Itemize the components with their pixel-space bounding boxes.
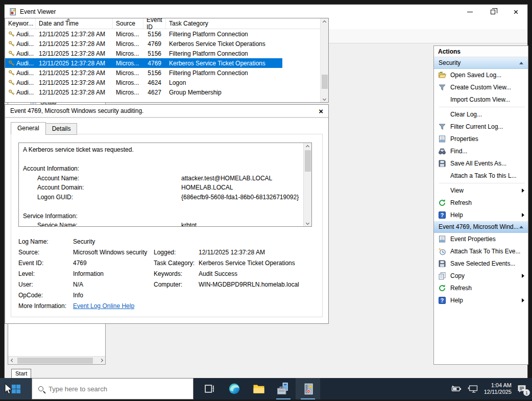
network-icon[interactable] bbox=[468, 385, 479, 393]
actions-section-event[interactable]: Event 4769, Microsoft Wind... bbox=[434, 221, 528, 233]
action-help-event[interactable]: Help bbox=[434, 294, 528, 306]
action-properties[interactable]: Properties bbox=[434, 133, 528, 145]
scrollbar-thumb[interactable] bbox=[305, 150, 311, 172]
actions-section-security[interactable]: Security bbox=[434, 57, 528, 69]
action-event-properties[interactable]: Event Properties bbox=[434, 233, 528, 245]
action-filter-current-log[interactable]: Filter Current Log... bbox=[434, 121, 528, 133]
description-intro: A Kerberos service ticket was requested. bbox=[23, 145, 300, 155]
restore-button[interactable] bbox=[481, 5, 504, 19]
tray-date: 12/11/2025 bbox=[484, 389, 512, 395]
scrollbar-thumb[interactable] bbox=[17, 358, 93, 364]
event-row[interactable]: Audi... 12/11/2025 12:37:28 AM Micros...… bbox=[5, 29, 282, 39]
properties-icon bbox=[438, 135, 446, 143]
column-header-source[interactable]: Source bbox=[113, 18, 143, 29]
event-row-selected[interactable]: Audi... 12/11/2025 12:37:28 AM Micros...… bbox=[5, 58, 282, 68]
action-help[interactable]: Help bbox=[434, 209, 528, 221]
action-attach-task-to-log[interactable]: Attach a Task To this L... bbox=[434, 170, 528, 182]
close-button[interactable]: × bbox=[504, 5, 527, 19]
minimize-icon bbox=[467, 12, 473, 12]
scroll-right-arrow[interactable] bbox=[97, 357, 105, 364]
server-manager-icon bbox=[277, 382, 290, 395]
key-icon bbox=[8, 89, 15, 96]
event-viewer-taskbar-button[interactable] bbox=[296, 378, 320, 399]
taskbar-clock[interactable]: 1:04 AM 12/11/2025 bbox=[484, 382, 512, 395]
event-preview-panel: Event 4769, Microsoft Windows security a… bbox=[5, 104, 329, 324]
action-create-custom-view[interactable]: Create Custom View... bbox=[434, 81, 528, 93]
help-icon bbox=[438, 211, 446, 219]
submenu-arrow-icon bbox=[522, 274, 524, 278]
event-description-box[interactable]: A Kerberos service ticket was requested.… bbox=[18, 143, 312, 227]
field-label: More Information: bbox=[18, 302, 73, 310]
description-scrollbar[interactable] bbox=[303, 143, 311, 226]
event-row[interactable]: Audi... 12/11/2025 12:37:28 AM Micros...… bbox=[5, 49, 282, 58]
event-log-online-help-link[interactable]: Event Log Online Help bbox=[73, 302, 134, 310]
close-preview-icon[interactable]: × bbox=[319, 107, 323, 115]
field-value: Kerberos Service Ticket Operations bbox=[199, 260, 315, 267]
action-attach-task-to-event[interactable]: Attach Task To This Eve... bbox=[434, 245, 528, 257]
description-row: Account Domain:HOMELAB.LOCAL bbox=[23, 183, 300, 193]
service-information-header: Service Information: bbox=[23, 211, 300, 221]
field-label: Level: bbox=[18, 270, 73, 277]
scroll-down-arrow[interactable] bbox=[304, 219, 312, 226]
event-row[interactable]: Audi... 12/11/2025 12:37:28 AM Micros...… bbox=[5, 78, 282, 87]
window-title: Event Viewer bbox=[20, 8, 458, 15]
binoculars-icon bbox=[438, 147, 446, 155]
system-tray: 1:04 AM 12/11/2025 1 bbox=[451, 378, 532, 399]
edge-icon bbox=[228, 383, 240, 395]
column-header-task-category[interactable]: Task Category bbox=[166, 18, 328, 29]
taskbar-search[interactable] bbox=[32, 378, 194, 399]
notification-center-button[interactable]: 1 bbox=[517, 384, 527, 394]
search-input[interactable] bbox=[49, 385, 171, 393]
file-explorer-button[interactable] bbox=[247, 378, 271, 399]
field-label: Keywords: bbox=[154, 270, 199, 277]
scroll-up-arrow[interactable] bbox=[304, 143, 312, 150]
submenu-arrow-icon bbox=[522, 213, 524, 217]
action-open-saved-log[interactable]: Open Saved Log... bbox=[434, 69, 528, 81]
minimize-button[interactable] bbox=[458, 5, 481, 19]
action-find[interactable]: Find... bbox=[434, 145, 528, 157]
event-viewer-icon bbox=[302, 383, 315, 395]
event-row[interactable]: Audi... 12/11/2025 12:37:28 AM Micros...… bbox=[5, 87, 282, 97]
description-row: Account Name:attacker.test@HOMELAB.LOCAL bbox=[23, 174, 300, 183]
column-header-keywords[interactable]: Keywor... bbox=[5, 18, 36, 29]
submenu-arrow-icon bbox=[522, 188, 524, 193]
battery-icon[interactable] bbox=[451, 385, 463, 393]
scroll-down-arrow[interactable] bbox=[321, 95, 329, 102]
sort-ascending-icon bbox=[66, 18, 70, 20]
event-row[interactable]: Audi... 12/11/2025 12:37:28 AM Micros...… bbox=[5, 68, 282, 78]
scrollbar-thumb[interactable] bbox=[322, 75, 328, 89]
tree-horizontal-scrollbar[interactable] bbox=[8, 356, 105, 364]
key-icon bbox=[8, 79, 15, 86]
scroll-left-arrow[interactable] bbox=[8, 357, 16, 364]
action-import-custom-view[interactable]: Import Custom View... bbox=[434, 93, 528, 106]
refresh-icon bbox=[438, 199, 446, 207]
action-view[interactable]: View bbox=[434, 184, 528, 197]
server-manager-button[interactable] bbox=[271, 378, 296, 399]
preview-header: Event 4769, Microsoft Windows security a… bbox=[5, 105, 328, 118]
action-save-all-events-as[interactable]: Save All Events As... bbox=[434, 157, 528, 170]
action-refresh[interactable]: Refresh bbox=[434, 197, 528, 209]
collapse-icon[interactable] bbox=[519, 62, 523, 64]
field-value: N/A bbox=[73, 281, 154, 288]
tab-general[interactable]: General bbox=[11, 122, 46, 135]
event-row[interactable]: Audi... 12/11/2025 12:37:28 AM Micros...… bbox=[5, 39, 282, 49]
column-header-event-id[interactable]: Event ID bbox=[143, 18, 166, 29]
action-copy[interactable]: Copy bbox=[434, 270, 528, 282]
action-clear-log[interactable]: Clear Log... bbox=[434, 108, 528, 121]
scroll-up-arrow[interactable] bbox=[321, 18, 329, 26]
titlebar[interactable]: Event Viewer × bbox=[5, 5, 527, 19]
folder-open-icon bbox=[438, 71, 446, 79]
submenu-arrow-icon bbox=[522, 298, 524, 302]
help-icon bbox=[438, 296, 446, 304]
column-header-date[interactable]: Date and Time bbox=[36, 18, 113, 29]
action-save-selected-events[interactable]: Save Selected Events... bbox=[434, 257, 528, 270]
tab-details[interactable]: Details bbox=[45, 123, 78, 135]
action-refresh-event[interactable]: Refresh bbox=[434, 282, 528, 294]
events-vertical-scrollbar[interactable] bbox=[320, 18, 328, 102]
task-view-button[interactable] bbox=[198, 378, 222, 399]
field-label: Task Category: bbox=[154, 260, 199, 267]
section-header-label: Event 4769, Microsoft Wind... bbox=[439, 223, 519, 230]
key-icon bbox=[8, 31, 15, 37]
edge-button[interactable] bbox=[222, 378, 247, 399]
collapse-icon[interactable] bbox=[519, 226, 523, 228]
